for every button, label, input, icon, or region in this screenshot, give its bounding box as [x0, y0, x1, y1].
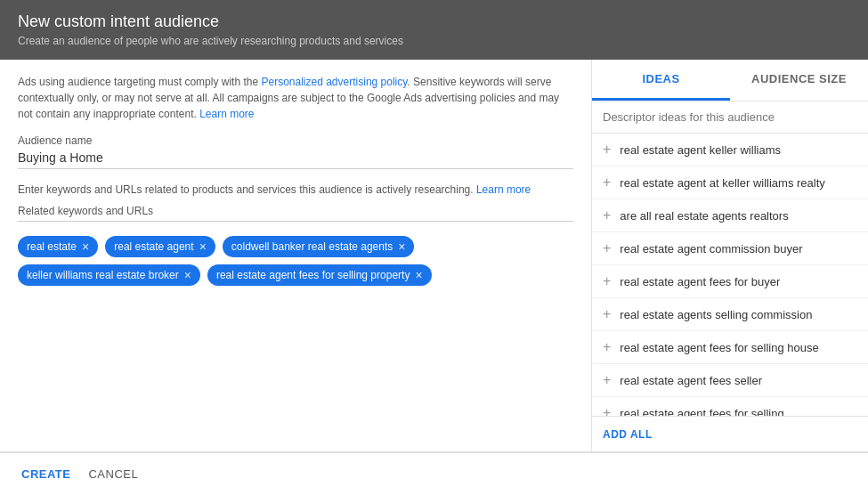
idea-text: real estate agent fees seller — [620, 374, 762, 387]
tag: keller williams real estate broker× — [18, 264, 200, 286]
tag-close-icon[interactable]: × — [184, 269, 191, 281]
tag-label: real estate agent fees for selling prope… — [216, 269, 410, 281]
keywords-label: Related keywords and URLs — [18, 205, 573, 222]
idea-item[interactable]: +real estate agent fees for buyer — [592, 265, 868, 298]
tab-ideas[interactable]: IDEAS — [592, 60, 730, 101]
idea-text: are all real estate agents realtors — [620, 209, 788, 223]
tag-label: real estate — [27, 240, 77, 253]
tag-close-icon[interactable]: × — [199, 240, 207, 253]
page-title: New custom intent audience — [18, 12, 850, 31]
keywords-notice-text: Enter keywords and URLs related to produ… — [18, 183, 476, 196]
tag: real estate× — [18, 236, 98, 257]
idea-item[interactable]: +real estate agent commission buyer — [592, 232, 868, 265]
create-button[interactable]: CREATE — [18, 462, 74, 486]
add-idea-icon: + — [603, 372, 611, 388]
tag-close-icon[interactable]: × — [398, 240, 405, 253]
tag-close-icon[interactable]: × — [82, 240, 89, 253]
idea-item[interactable]: +real estate agent fees for selling hous… — [592, 331, 868, 364]
keywords-notice: Enter keywords and URLs related to produ… — [18, 182, 573, 198]
audience-name-group: Audience name Buying a Home — [18, 134, 573, 169]
tabs: IDEAS AUDIENCE SIZE — [592, 60, 868, 101]
tab-audience-size[interactable]: AUDIENCE SIZE — [730, 60, 868, 101]
add-idea-icon: + — [603, 240, 611, 256]
tag-label: coldwell banker real estate agents — [231, 240, 393, 253]
left-panel: Ads using audience targeting must comply… — [0, 60, 592, 451]
policy-notice: Ads using audience targeting must comply… — [18, 74, 573, 122]
tag: real estate agent× — [105, 236, 215, 257]
policy-link2[interactable]: Learn more — [199, 108, 254, 120]
add-idea-icon: + — [603, 405, 611, 416]
ideas-search-container[interactable] — [592, 101, 868, 134]
tag-label: real estate agent — [114, 240, 193, 253]
add-idea-icon: + — [603, 273, 611, 289]
add-idea-icon: + — [603, 339, 611, 355]
ideas-search-input[interactable] — [603, 110, 857, 124]
idea-text: real estate agents selling commission — [620, 308, 812, 321]
main-content: Ads using audience targeting must comply… — [0, 60, 868, 451]
tag: real estate agent fees for selling prope… — [207, 264, 432, 286]
keywords-notice-link[interactable]: Learn more — [476, 183, 531, 196]
policy-text1: Ads using audience targeting must comply… — [18, 76, 261, 88]
page-subtitle: Create an audience of people who are act… — [18, 35, 850, 47]
keywords-section: Enter keywords and URLs related to produ… — [18, 182, 573, 286]
audience-name-value: Buying a Home — [18, 150, 573, 169]
add-all-section: ADD ALL — [592, 416, 868, 451]
idea-item[interactable]: +real estate agent fees for selling — [592, 397, 868, 416]
add-idea-icon: + — [603, 207, 611, 223]
idea-text: real estate agent commission buyer — [620, 242, 802, 256]
idea-text: real estate agent fees for selling house — [620, 341, 818, 354]
add-idea-icon: + — [603, 142, 611, 158]
idea-text: real estate agent keller williams — [620, 143, 781, 157]
page-header: New custom intent audience Create an aud… — [0, 0, 868, 60]
tags-container: real estate×real estate agent×coldwell b… — [18, 229, 573, 286]
idea-item[interactable]: +real estate agent keller williams — [592, 134, 868, 166]
ideas-list: +real estate agent keller williams+real … — [592, 134, 868, 416]
add-all-button[interactable]: ADD ALL — [603, 428, 653, 441]
tag-close-icon[interactable]: × — [415, 269, 422, 281]
idea-item[interactable]: +real estate agent at keller williams re… — [592, 166, 868, 199]
idea-item[interactable]: +are all real estate agents realtors — [592, 199, 868, 232]
tag-label: keller williams real estate broker — [27, 269, 179, 281]
policy-link1[interactable]: Personalized advertising policy — [261, 76, 407, 88]
cancel-button[interactable]: CANCEL — [85, 462, 142, 486]
audience-name-label: Audience name — [18, 134, 573, 147]
footer: CREATE CANCEL — [0, 451, 868, 495]
idea-text: real estate agent fees for buyer — [620, 275, 780, 288]
idea-item[interactable]: +real estate agent fees seller — [592, 364, 868, 397]
idea-text: real estate agent at keller williams rea… — [620, 176, 825, 190]
tag: coldwell banker real estate agents× — [223, 236, 415, 257]
idea-text: real estate agent fees for selling — [620, 407, 783, 417]
add-idea-icon: + — [603, 306, 611, 322]
add-idea-icon: + — [603, 174, 611, 191]
idea-item[interactable]: +real estate agents selling commission — [592, 298, 868, 331]
right-panel: IDEAS AUDIENCE SIZE +real estate agent k… — [592, 60, 868, 451]
